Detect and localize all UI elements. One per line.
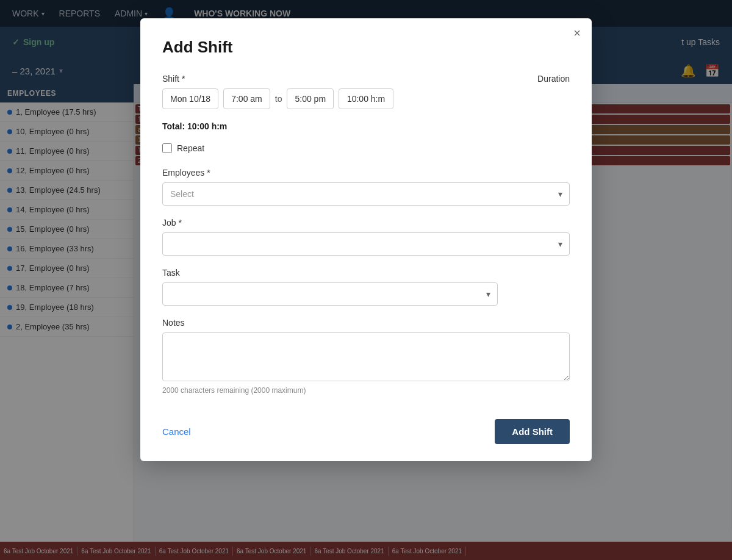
shift-duration-value: 10:00 h:m <box>339 88 393 109</box>
repeat-checkbox[interactable] <box>162 143 172 153</box>
notes-section: Notes 2000 characters remaining (2000 ma… <box>162 318 570 395</box>
cancel-button[interactable]: Cancel <box>162 422 191 442</box>
task-select[interactable] <box>162 282 498 306</box>
notes-label: Notes <box>162 318 570 328</box>
shift-label: Shift * <box>162 74 185 84</box>
shift-row: Mon 10/18 7:00 am to 5:00 pm 10:00 h:m <box>162 88 570 109</box>
employees-select-wrapper: Select <box>162 182 570 206</box>
employees-label: Employees * <box>162 168 570 178</box>
shift-date-button[interactable]: Mon 10/18 <box>162 88 218 109</box>
job-section: Job * <box>162 218 570 256</box>
job-select-wrapper <box>162 232 570 256</box>
total-label: Total: 10:00 h:m <box>162 121 570 131</box>
modal-title: Add Shift <box>162 38 570 57</box>
shift-section: Shift * Duration Mon 10/18 7:00 am to 5:… <box>162 74 570 109</box>
modal-overlay: × Add Shift Shift * Duration Mon 10/18 7… <box>0 0 732 560</box>
repeat-label: Repeat <box>177 143 204 153</box>
notes-hint: 2000 characters remaining (2000 maximum) <box>162 386 570 395</box>
add-shift-button[interactable]: Add Shift <box>495 419 570 444</box>
employees-select[interactable]: Select <box>162 182 570 206</box>
notes-textarea[interactable] <box>162 332 570 381</box>
task-select-wrapper <box>162 282 498 306</box>
job-label: Job * <box>162 218 570 228</box>
shift-end-time-button[interactable]: 5:00 pm <box>287 88 334 109</box>
duration-label: Duration <box>537 74 570 84</box>
employees-section: Employees * Select <box>162 168 570 206</box>
job-select[interactable] <box>162 232 570 256</box>
shift-start-time-button[interactable]: 7:00 am <box>223 88 270 109</box>
task-label: Task <box>162 268 570 278</box>
modal-close-button[interactable]: × <box>573 27 581 39</box>
shift-to-label: to <box>275 94 282 104</box>
modal-footer: Cancel Add Shift <box>162 409 570 444</box>
add-shift-modal: × Add Shift Shift * Duration Mon 10/18 7… <box>140 18 592 461</box>
repeat-row: Repeat <box>162 143 570 153</box>
task-section: Task <box>162 268 570 306</box>
